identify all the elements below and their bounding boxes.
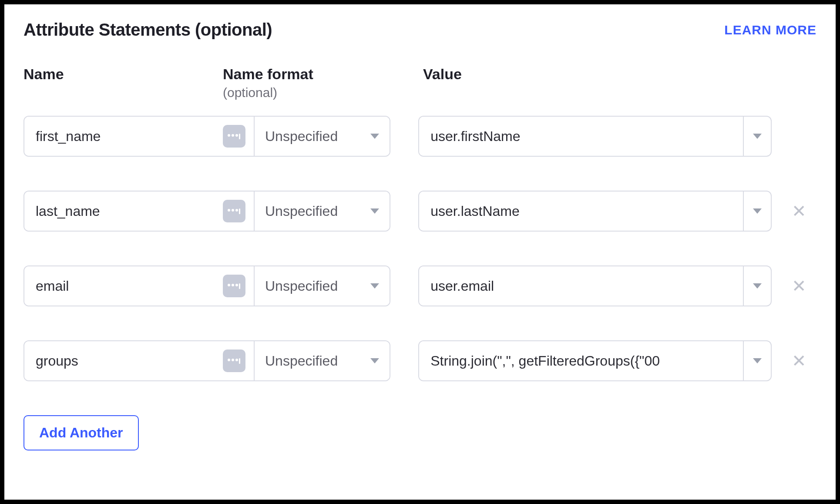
name-input[interactable] [24,341,222,380]
remove-slot: ✕ [782,352,816,370]
svg-point-4 [228,209,230,212]
keyboard-icon [223,275,245,297]
chevron-down-icon [753,358,762,363]
value-dropdown-toggle[interactable] [743,117,771,156]
format-select-label: Unspecified [265,353,338,369]
keyboard-icon-button[interactable] [222,117,247,156]
format-select[interactable]: Unspecified [255,341,390,380]
chevron-down-icon [753,134,762,139]
svg-rect-3 [239,134,240,139]
svg-point-0 [228,134,230,137]
format-column-header: Name format [223,66,423,83]
name-input[interactable] [24,117,222,156]
svg-point-9 [232,284,234,286]
svg-point-6 [235,209,238,212]
format-select-label: Unspecified [265,203,338,219]
attribute-row: Unspecified [24,116,816,157]
name-format-box: Unspecified [24,191,390,232]
keyboard-icon-button[interactable] [222,341,247,380]
format-select[interactable]: Unspecified [255,266,390,306]
attribute-row: Unspecified✕ [24,191,816,232]
value-dropdown-toggle[interactable] [743,192,771,231]
attribute-row: Unspecified✕ [24,265,816,306]
svg-rect-11 [239,283,240,289]
keyboard-icon [223,200,245,222]
chevron-down-icon [370,358,379,363]
value-box [418,116,772,157]
remove-slot: ✕ [782,202,816,220]
value-box [418,340,772,381]
format-select[interactable]: Unspecified [255,192,390,231]
value-input[interactable] [419,117,743,156]
format-select-label: Unspecified [265,128,338,144]
keyboard-icon [223,125,245,148]
name-format-box: Unspecified [24,116,390,157]
format-select-label: Unspecified [265,278,338,294]
svg-point-13 [232,359,234,361]
keyboard-icon [223,349,245,372]
svg-point-2 [235,134,238,137]
svg-rect-7 [239,208,240,214]
value-input[interactable] [419,266,743,306]
remove-row-button[interactable]: ✕ [792,202,806,220]
svg-point-5 [232,209,234,212]
attribute-row: Unspecified✕ [24,340,816,381]
value-dropdown-toggle[interactable] [743,341,771,380]
chevron-down-icon [370,134,379,139]
chevron-down-icon [753,283,762,289]
value-dropdown-toggle[interactable] [743,266,771,306]
keyboard-icon-button[interactable] [222,192,247,231]
svg-rect-15 [239,358,240,364]
svg-point-14 [235,359,238,361]
svg-point-10 [235,284,238,286]
name-column-header: Name [24,66,223,83]
svg-point-8 [228,284,230,286]
attribute-statements-panel: Attribute Statements (optional) LEARN MO… [0,0,840,504]
value-box [418,191,772,232]
value-column-header: Value [423,66,816,83]
value-box [418,265,772,306]
chevron-down-icon [370,283,379,289]
svg-point-1 [232,134,234,137]
name-format-box: Unspecified [24,265,390,306]
format-column-subheader: (optional) [223,85,423,100]
chevron-down-icon [753,208,762,214]
value-input[interactable] [419,192,743,231]
chevron-down-icon [370,208,379,214]
column-headers: Name Name format (optional) Value [24,66,816,100]
name-input[interactable] [24,192,222,231]
remove-row-button[interactable]: ✕ [792,277,806,295]
value-input[interactable] [419,341,743,380]
panel-header: Attribute Statements (optional) LEARN MO… [24,20,816,40]
svg-point-12 [228,359,230,361]
keyboard-icon-button[interactable] [222,266,247,306]
format-select[interactable]: Unspecified [255,117,390,156]
learn-more-link[interactable]: LEARN MORE [724,23,816,37]
rows-container: UnspecifiedUnspecified✕Unspecified✕Unspe… [24,116,816,381]
name-format-box: Unspecified [24,340,390,381]
name-input[interactable] [24,266,222,306]
add-another-button[interactable]: Add Another [24,415,139,450]
remove-slot: ✕ [782,277,816,295]
remove-row-button[interactable]: ✕ [792,352,806,370]
section-title: Attribute Statements (optional) [24,20,272,40]
